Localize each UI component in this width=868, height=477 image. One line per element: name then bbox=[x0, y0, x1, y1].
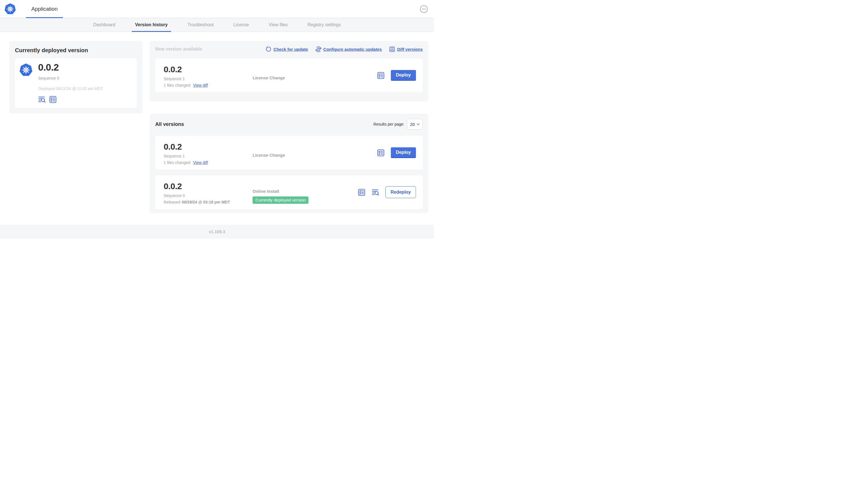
sequence-label: Sequence 0 bbox=[164, 193, 253, 198]
deployed-sequence-label: Sequence 0 bbox=[38, 76, 103, 81]
all-versions-header: All versions Results per page: 20 bbox=[155, 119, 423, 129]
source-label: License Change bbox=[253, 153, 285, 157]
overflow-menu-button[interactable] bbox=[420, 5, 428, 13]
view-diff-link[interactable]: View diff bbox=[193, 83, 208, 88]
deploy-button[interactable]: Deploy bbox=[391, 147, 416, 158]
deployed-timestamp: Deployed 09/11/24 @ 11:02 am MDT bbox=[38, 86, 103, 91]
currently-deployed-details: 0.0.2 Sequence 0 Deployed 09/11/24 @ 11:… bbox=[38, 62, 103, 103]
deploy-logs-icon bbox=[38, 96, 46, 103]
results-per-page-select[interactable]: 20 bbox=[407, 119, 423, 129]
tab-license[interactable]: License bbox=[234, 18, 249, 32]
preflight-checks-button[interactable] bbox=[358, 188, 365, 196]
version-row: 0.0.2 Sequence 0 Released08/29/24 @ 03:1… bbox=[155, 175, 423, 209]
version-info: 0.0.2 Sequence 0 Released08/29/24 @ 03:1… bbox=[164, 182, 253, 202]
files-changed-label: 1 files changed bbox=[164, 160, 190, 165]
released-row: Released08/29/24 @ 03:18 pm MDT bbox=[164, 200, 253, 204]
refresh-icon bbox=[266, 46, 272, 52]
tab-view-files[interactable]: View files bbox=[269, 18, 287, 32]
released-timestamp: 08/29/24 @ 03:18 pm MDT bbox=[182, 200, 230, 204]
version-source: License Change bbox=[253, 143, 377, 163]
deploy-button[interactable]: Deploy bbox=[391, 70, 416, 81]
checklist-icon bbox=[377, 149, 384, 157]
console-footer: v1.109.3 bbox=[0, 225, 434, 239]
deployed-version-label: 0.0.2 bbox=[38, 62, 103, 72]
currently-deployed-title: Currently deployed version bbox=[15, 47, 137, 54]
deploy-logs-icon bbox=[372, 188, 379, 196]
view-diff-link[interactable]: View diff bbox=[193, 160, 208, 165]
diff-icon bbox=[389, 46, 395, 52]
new-version-available-card: New version available Check for update C… bbox=[150, 41, 428, 101]
view-deploy-logs-button[interactable] bbox=[372, 188, 379, 196]
version-source: License Change bbox=[253, 65, 377, 86]
version-label: 0.0.2 bbox=[164, 143, 253, 151]
all-versions-title: All versions bbox=[155, 121, 184, 127]
results-per-page-label: Results per page: bbox=[373, 122, 404, 126]
redeploy-button[interactable]: Redeploy bbox=[385, 186, 416, 198]
version-source: Online Install Currently deployed versio… bbox=[253, 182, 358, 202]
sequence-label: Sequence 1 bbox=[164, 77, 253, 81]
ellipsis-icon bbox=[420, 5, 428, 13]
checklist-icon bbox=[49, 96, 57, 103]
tab-dashboard[interactable]: Dashboard bbox=[93, 18, 115, 32]
preflight-checks-button[interactable] bbox=[377, 149, 384, 157]
tab-registry-settings[interactable]: Registry settings bbox=[307, 18, 341, 32]
application-tab[interactable]: Application bbox=[26, 0, 63, 18]
version-history-column: New version available Check for update C… bbox=[150, 41, 428, 213]
kubernetes-app-icon bbox=[20, 63, 32, 77]
version-actions: Deploy bbox=[377, 143, 416, 163]
kubernetes-logo-icon bbox=[4, 3, 16, 15]
new-version-header: New version available Check for update C… bbox=[155, 46, 423, 53]
version-actions: Deploy bbox=[377, 65, 416, 86]
new-version-title: New version available bbox=[155, 47, 202, 52]
source-label: License Change bbox=[253, 76, 285, 80]
chevron-down-icon bbox=[417, 123, 420, 125]
schedule-update-icon bbox=[315, 46, 321, 52]
files-changed-label: 1 files changed bbox=[164, 83, 190, 88]
preflight-checks-button[interactable] bbox=[377, 72, 384, 79]
checklist-icon bbox=[377, 72, 384, 79]
results-per-page: Results per page: 20 bbox=[373, 119, 423, 129]
console-version: v1.109.3 bbox=[209, 229, 225, 234]
update-actions: Check for update Configure automatic upd… bbox=[266, 46, 423, 52]
deployed-version-actions bbox=[38, 96, 103, 103]
version-label: 0.0.2 bbox=[164, 182, 253, 190]
diff-versions-link[interactable]: Diff versions bbox=[389, 46, 423, 52]
version-row: 0.0.2 Sequence 1 1 files changed View di… bbox=[155, 136, 423, 170]
version-info: 0.0.2 Sequence 1 1 files changed View di… bbox=[164, 143, 253, 163]
all-versions-card: All versions Results per page: 20 0.0.2 … bbox=[150, 114, 428, 213]
checklist-icon bbox=[358, 188, 365, 196]
sequence-label: Sequence 1 bbox=[164, 154, 253, 158]
files-changed-row: 1 files changed View diff bbox=[164, 83, 253, 88]
version-label: 0.0.2 bbox=[164, 65, 253, 74]
currently-deployed-version-card: 0.0.2 Sequence 0 Deployed 09/11/24 @ 11:… bbox=[15, 58, 137, 108]
currently-deployed-card: Currently deployed version 0.0.2 Sequenc… bbox=[9, 41, 143, 114]
source-label: Online Install bbox=[253, 189, 279, 193]
released-label: Released bbox=[164, 200, 180, 204]
version-history-page: Currently deployed version 0.0.2 Sequenc… bbox=[0, 32, 434, 225]
tab-version-history[interactable]: Version history bbox=[135, 18, 168, 32]
version-actions: Redeploy bbox=[358, 182, 416, 202]
app-title: Application bbox=[31, 6, 58, 12]
active-app-underline bbox=[26, 17, 63, 18]
view-deploy-logs-button[interactable] bbox=[38, 96, 46, 103]
active-tab-underline bbox=[132, 31, 171, 32]
files-changed-row: 1 files changed View diff bbox=[164, 160, 253, 165]
tab-troubleshoot[interactable]: Troubleshoot bbox=[187, 18, 214, 32]
configure-automatic-updates-link[interactable]: Configure automatic updates bbox=[315, 46, 382, 52]
version-info: 0.0.2 Sequence 1 1 files changed View di… bbox=[164, 65, 253, 86]
preflight-checks-button[interactable] bbox=[49, 96, 57, 103]
currently-deployed-badge: Currently deployed version bbox=[253, 197, 308, 204]
app-nav-tabs: Dashboard Version history Troubleshoot L… bbox=[0, 18, 434, 32]
check-for-update-link[interactable]: Check for update bbox=[266, 46, 308, 52]
kots-admin-console: Application Dashboard Version history Tr… bbox=[0, 0, 434, 239]
new-version-row: 0.0.2 Sequence 1 1 files changed View di… bbox=[155, 58, 423, 92]
app-header: Application bbox=[0, 0, 434, 18]
